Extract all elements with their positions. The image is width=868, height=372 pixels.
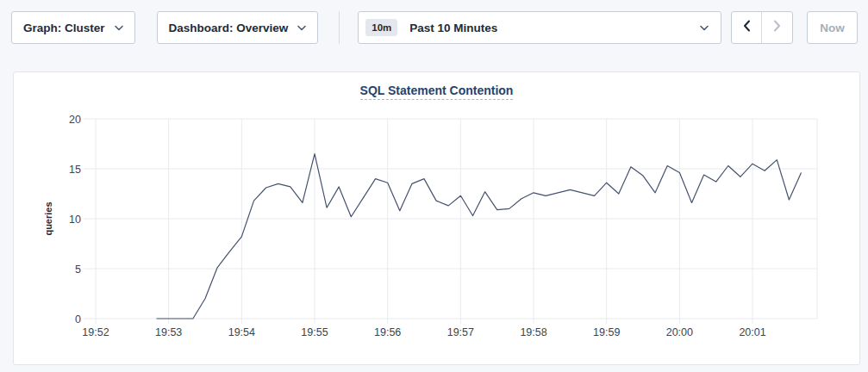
chevron-down-icon — [115, 25, 123, 31]
x-tick-label: 20:01 — [739, 326, 765, 338]
y-tick-label: 15 — [69, 164, 81, 176]
y-tick-label: 10 — [69, 214, 81, 226]
now-button[interactable]: Now — [807, 11, 858, 44]
time-window-badge: 10m — [365, 19, 397, 36]
x-tick-label: 19:52 — [82, 326, 109, 338]
chevron-down-icon — [700, 25, 709, 31]
time-range-selector[interactable]: 10m Past 10 Minutes — [358, 11, 721, 44]
x-tick-label: 19:56 — [374, 326, 401, 338]
y-tick-label: 0 — [75, 313, 81, 326]
series-line-queries — [157, 154, 802, 319]
next-timeframe-button[interactable] — [762, 12, 792, 43]
y-axis-label: queries — [43, 202, 53, 235]
time-nav-arrows — [731, 11, 793, 44]
y-tick-label: 5 — [75, 264, 81, 276]
time-window-label: Past 10 Minutes — [409, 22, 497, 34]
x-tick-label: 19:54 — [228, 326, 255, 338]
x-tick-label: 20:00 — [666, 326, 693, 338]
chart-plot-area[interactable]: 0510152019:5219:5319:5419:5519:5619:5719… — [14, 72, 861, 364]
x-tick-label: 19:58 — [520, 326, 546, 338]
x-tick-label: 19:57 — [447, 326, 474, 338]
x-tick-label: 19:55 — [301, 326, 328, 338]
dashboard-dropdown-label: Dashboard: Overview — [169, 22, 289, 34]
chevron-down-icon — [297, 25, 306, 31]
x-tick-label: 19:53 — [155, 326, 182, 338]
toolbar-divider — [339, 11, 340, 44]
graph-dropdown-label: Graph: Cluster — [23, 22, 105, 34]
x-tick-label: 19:59 — [593, 326, 620, 338]
toolbar: Graph: Cluster Dashboard: Overview 10m P… — [0, 0, 868, 44]
graph-dropdown[interactable]: Graph: Cluster — [11, 11, 135, 44]
chevron-right-icon — [773, 20, 781, 35]
chevron-left-icon — [743, 20, 751, 35]
chart-card: SQL Statement Contention 0510152019:5219… — [13, 71, 860, 365]
y-tick-label: 20 — [69, 114, 81, 126]
previous-timeframe-button[interactable] — [732, 12, 762, 43]
dashboard-dropdown[interactable]: Dashboard: Overview — [157, 11, 319, 44]
